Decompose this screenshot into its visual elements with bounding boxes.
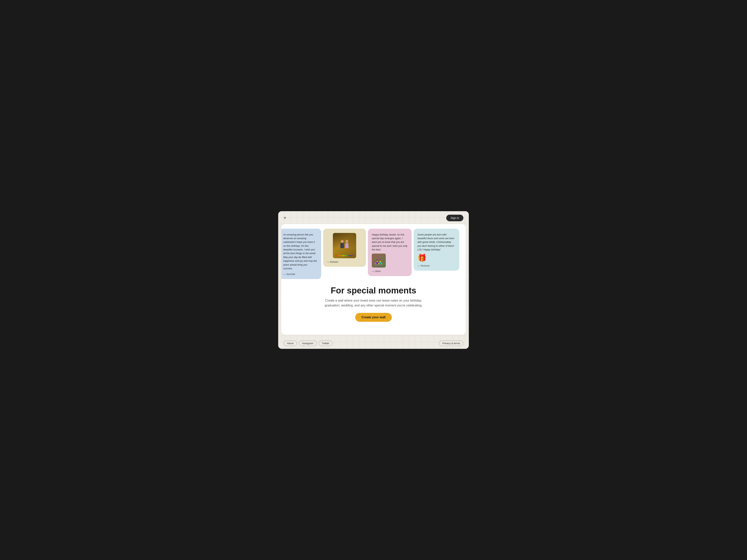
note-card-terrence-text: Some people are born with beautiful face…: [417, 233, 456, 252]
note-card-olivia-text: Happy birthday, bestie. As this special …: [372, 233, 408, 252]
footer-twitter-link[interactable]: Twitter: [319, 341, 333, 346]
people-figures: [333, 234, 356, 254]
figure-1: [340, 240, 344, 248]
note-card-ebiowei: HAPPY BIRTHDAY!! — Ebiowei: [323, 229, 366, 267]
create-wall-button[interactable]: Create your wall: [355, 313, 392, 322]
main-content-card: An amazing person like you deserves an a…: [281, 224, 466, 335]
footer: About Instagram Twitter Privacy & terms: [278, 338, 469, 349]
footer-privacy-terms-link[interactable]: Privacy & terms: [439, 341, 463, 346]
note-card-terrence: Some people are born with beautiful face…: [414, 229, 459, 271]
figure-head-1: [341, 240, 343, 243]
page-wrapper: ♥ Sign in An amazing person like you des…: [278, 211, 469, 349]
logo-icon: ♥: [284, 215, 286, 220]
footer-right-links: Privacy & terms: [439, 341, 463, 346]
sign-in-button[interactable]: Sign in: [446, 215, 463, 221]
note-card-ebiowei-author: — Ebiowei: [327, 261, 362, 263]
footer-left-links: About Instagram Twitter: [284, 341, 333, 346]
note-card-olivia-author: — Olivia: [372, 270, 408, 273]
note-card-ebiowei-image: HAPPY BIRTHDAY!!: [333, 233, 356, 258]
header: ♥ Sign in: [278, 211, 469, 224]
note-card-terrence-author: — Terrence: [417, 264, 456, 267]
birthday-gif: HAPPY BIRTHDAY!!: [333, 233, 356, 258]
figure-body-1: [340, 243, 344, 248]
birthday-text: HAPPY BIRTHDAY!!: [335, 255, 354, 257]
figure-head-2: [345, 240, 348, 243]
hero-subtitle: Create a wall where your loved ones can …: [323, 298, 424, 308]
couple-photo: [372, 254, 386, 268]
note-card-ayomide-text: An amazing person like you deserves an a…: [283, 233, 317, 271]
note-card-olivia-photo: [372, 254, 386, 268]
note-card-olivia: Happy birthday, bestie. As this special …: [368, 229, 412, 276]
figure-2: [345, 240, 349, 248]
hero-title: For special moments: [297, 286, 450, 296]
note-card-ayomide: An amazing person like you deserves an a…: [281, 229, 321, 279]
cards-strip: An amazing person like you deserves an a…: [281, 224, 466, 284]
hero-section: For special moments Create a wall where …: [281, 284, 466, 328]
figure-body-2: [345, 243, 349, 248]
note-card-terrence-sticker: 🎁: [417, 254, 456, 262]
footer-instagram-link[interactable]: Instagram: [299, 341, 317, 346]
footer-about-link[interactable]: About: [284, 341, 297, 346]
note-card-ayomide-author: — Ayomide: [283, 273, 317, 275]
